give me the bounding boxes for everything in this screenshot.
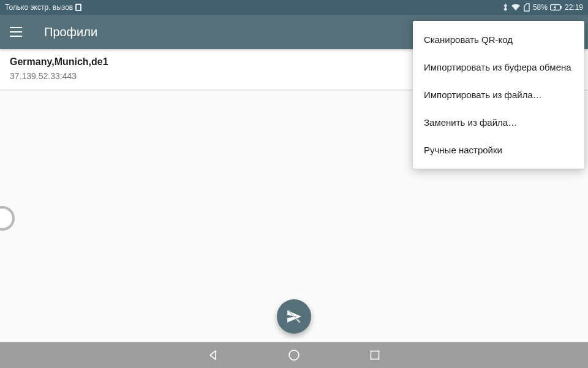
menu-icon[interactable]: [10, 25, 24, 39]
svg-rect-1: [77, 5, 80, 10]
nav-home-button[interactable]: [287, 348, 301, 362]
square-recent-icon: [369, 350, 380, 361]
svg-rect-7: [371, 351, 379, 359]
circle-home-icon: [288, 349, 300, 361]
status-carrier-text: Только экстр. вызов: [5, 3, 73, 12]
status-right: 58% 22:19: [502, 3, 583, 12]
system-nav-bar: [0, 342, 588, 368]
nav-recent-button[interactable]: [368, 348, 382, 362]
wifi-icon: [511, 4, 521, 11]
battery-icon: [550, 4, 562, 11]
status-bar: Только экстр. вызов 58% 22:19: [0, 0, 588, 15]
sim-icon: [75, 4, 81, 11]
svg-point-6: [289, 350, 299, 360]
add-menu-popup: Сканировать QR-код Импортировать из буфе…: [413, 21, 584, 169]
page-title: Профили: [44, 25, 97, 39]
status-left: Только экстр. вызов: [5, 3, 81, 12]
svg-rect-3: [560, 6, 562, 9]
menu-item-replace-file[interactable]: Заменить из файла…: [413, 109, 584, 136]
nav-back-button[interactable]: [206, 348, 220, 362]
battery-percent-text: 58%: [533, 3, 548, 12]
menu-item-scan-qr[interactable]: Сканировать QR-код: [413, 26, 584, 53]
connect-fab[interactable]: [277, 299, 311, 334]
battery-saver-icon: [523, 3, 530, 12]
menu-item-manual-settings[interactable]: Ручные настройки: [413, 136, 584, 164]
triangle-back-icon: [208, 350, 219, 361]
paper-plane-off-icon: [286, 309, 302, 324]
menu-item-import-clipboard[interactable]: Импортировать из буфера обмена: [413, 53, 584, 81]
menu-item-import-file[interactable]: Импортировать из файла…: [413, 81, 584, 109]
status-time-text: 22:19: [565, 3, 583, 12]
bluetooth-icon: [502, 3, 508, 12]
